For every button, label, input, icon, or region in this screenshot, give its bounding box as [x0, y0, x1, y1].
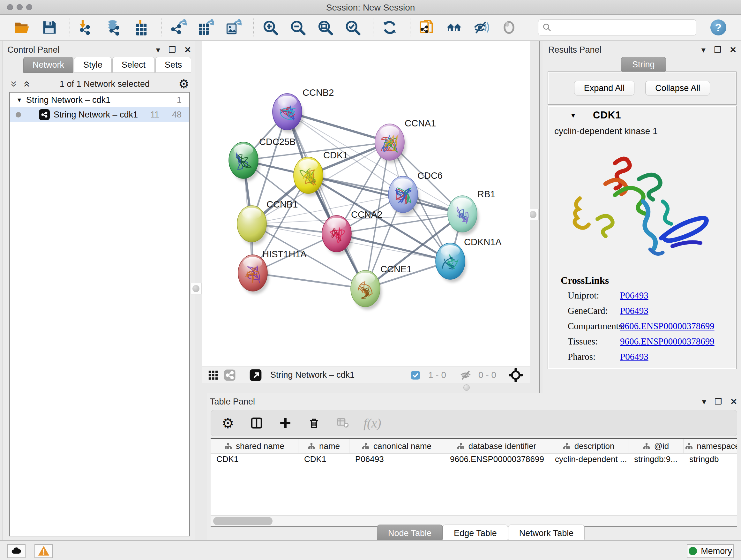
- results-panel-divider[interactable]: [539, 41, 540, 393]
- crosslink-link[interactable]: P06493: [620, 306, 649, 316]
- crosslink-link[interactable]: P06493: [620, 290, 649, 301]
- show-all-button[interactable]: [499, 17, 519, 37]
- save-session-button[interactable]: [40, 17, 59, 37]
- cloud-status-button[interactable]: [7, 544, 25, 558]
- expand-all-networks-icon[interactable]: »: [20, 78, 31, 89]
- delete-column-icon[interactable]: [306, 415, 322, 431]
- tab-network[interactable]: Network: [23, 57, 73, 73]
- tab-sets[interactable]: Sets: [155, 57, 191, 73]
- panel-close-icon[interactable]: ✕: [730, 46, 737, 54]
- crosslink-link[interactable]: 9606.ENSP00000378699: [620, 321, 715, 331]
- network-row[interactable]: String Network – cdk1 11 48: [10, 107, 189, 122]
- search-input[interactable]: [552, 22, 686, 33]
- import-table-button[interactable]: [131, 17, 151, 37]
- hide-selected-button[interactable]: [472, 17, 491, 37]
- node-CDKN1A[interactable]: [435, 243, 467, 282]
- node-CDK1[interactable]: [293, 157, 325, 196]
- export-table-button[interactable]: [196, 17, 216, 37]
- grid-view-icon[interactable]: [206, 369, 220, 381]
- panel-close-icon[interactable]: ✕: [730, 397, 737, 406]
- panel-menu-icon[interactable]: ▾: [156, 46, 160, 54]
- left-splitter-handle[interactable]: [190, 283, 202, 294]
- node-RB1[interactable]: [448, 196, 479, 235]
- birds-eye-target-icon[interactable]: [509, 369, 523, 381]
- edge-CCNB2-CCNE1[interactable]: [287, 112, 365, 289]
- tab-style[interactable]: Style: [74, 57, 112, 73]
- window-title: Session: New Session: [0, 3, 741, 13]
- cell-database-identifier[interactable]: 9606.ENSP00000378699: [444, 454, 549, 466]
- tab-node-table[interactable]: Node Table: [377, 524, 443, 542]
- node-label-HIST1H1A: HIST1H1A: [262, 249, 307, 259]
- collapse-all-networks-icon[interactable]: »: [9, 78, 20, 89]
- export-image-button[interactable]: [223, 17, 243, 37]
- crosslink-link[interactable]: 9606.ENSP00000378699: [620, 336, 715, 347]
- cell-shared-name[interactable]: CDK1: [211, 454, 298, 466]
- table-settings-gear-icon[interactable]: ⚙: [220, 415, 236, 431]
- tab-select[interactable]: Select: [112, 57, 155, 73]
- tab-edge-table[interactable]: Edge Table: [443, 524, 508, 542]
- table-row[interactable]: CDK1CDK1P064939606.ENSP00000378699cyclin…: [211, 454, 737, 466]
- new-network-from-selection-button[interactable]: [417, 17, 436, 37]
- collapse-all-button[interactable]: Collapse All: [645, 81, 710, 96]
- cell-canonical-name[interactable]: P06493: [349, 454, 444, 466]
- help-button[interactable]: ?: [711, 19, 726, 36]
- show-columns-icon[interactable]: [249, 415, 265, 431]
- zoom-out-button[interactable]: [288, 17, 308, 37]
- zoom-selected-button[interactable]: [343, 17, 362, 37]
- import-network-file-button[interactable]: [77, 17, 96, 37]
- network-collection-row[interactable]: ▾ String Network – cdk1 1: [10, 92, 189, 107]
- node-HIST1H1A[interactable]: [238, 255, 269, 294]
- open-session-button[interactable]: [12, 17, 32, 37]
- tab-network-table[interactable]: Network Table: [508, 524, 585, 542]
- warning-status-button[interactable]: [35, 544, 53, 558]
- column-header-namespace[interactable]: namespace: [684, 439, 737, 453]
- hidden-eye-icon[interactable]: [459, 369, 473, 381]
- edge-HIST1H1A-CCNE1[interactable]: [253, 273, 365, 289]
- column-header-canonical-name[interactable]: canonical name: [349, 439, 444, 453]
- table-splitter-handle[interactable]: [463, 384, 470, 391]
- add-column-icon[interactable]: [277, 415, 293, 431]
- node-CCNA1[interactable]: [375, 124, 406, 163]
- cell-description[interactable]: cyclin-dependent ...: [549, 454, 628, 466]
- panel-menu-icon[interactable]: ▾: [701, 46, 705, 54]
- cell-name[interactable]: CDK1: [298, 454, 349, 466]
- table-hscrollbar-thumb[interactable]: [213, 517, 273, 525]
- export-network-button[interactable]: [169, 17, 188, 37]
- zoom-in-button[interactable]: [260, 17, 280, 37]
- column-header-name[interactable]: name: [298, 439, 349, 453]
- network-options-gear-icon[interactable]: ⚙: [179, 77, 189, 91]
- results-node-card: ▾ CDK1 cyclin-dependent kinase 1: [548, 106, 737, 369]
- import-network-database-button[interactable]: [104, 17, 124, 37]
- search-box[interactable]: [538, 19, 696, 36]
- cell-namespace[interactable]: stringdb: [684, 454, 737, 466]
- node-CCNE1[interactable]: [351, 270, 382, 310]
- selected-checkbox-icon[interactable]: [408, 369, 422, 381]
- column-header-@id[interactable]: @id: [628, 439, 684, 453]
- panel-close-icon[interactable]: ✕: [184, 46, 191, 54]
- column-header-description[interactable]: description: [549, 439, 628, 453]
- zoom-fit-button[interactable]: [315, 17, 335, 37]
- crosslink-link[interactable]: P06493: [620, 352, 649, 362]
- network-overview-icon[interactable]: [223, 369, 237, 381]
- node-CCNA2[interactable]: [322, 215, 353, 255]
- cell-@id[interactable]: stringdb:9...: [628, 454, 684, 466]
- panel-float-icon[interactable]: ❒: [169, 46, 176, 54]
- node-CDC6[interactable]: [388, 176, 419, 215]
- node-CCNB2[interactable]: [273, 94, 304, 133]
- memory-button[interactable]: Memory: [687, 544, 734, 558]
- panel-float-icon[interactable]: ❒: [714, 46, 721, 54]
- column-header-database-identifier[interactable]: database identifier: [444, 439, 549, 453]
- node-expander-icon[interactable]: ▾: [571, 111, 575, 120]
- tab-string[interactable]: String: [621, 57, 666, 72]
- column-header-shared-name[interactable]: shared name: [211, 439, 298, 453]
- collection-expander-icon[interactable]: ▾: [17, 96, 21, 104]
- refresh-layout-button[interactable]: [380, 17, 400, 37]
- first-neighbors-button[interactable]: [444, 17, 464, 37]
- panel-menu-icon[interactable]: ▾: [702, 397, 706, 406]
- node-CCNB1[interactable]: [237, 206, 268, 245]
- expand-all-button[interactable]: Expand All: [574, 81, 635, 96]
- network-canvas[interactable]: CCNB2CCNA1CDC25BCDK1CDC6RB1CCNB1CCNA2CDK…: [202, 41, 530, 367]
- open-in-window-icon[interactable]: [249, 369, 263, 381]
- panel-float-icon[interactable]: ❒: [715, 397, 722, 406]
- network-view-toolbar: String Network – cdk1 1 - 0 0 - 0: [202, 367, 530, 383]
